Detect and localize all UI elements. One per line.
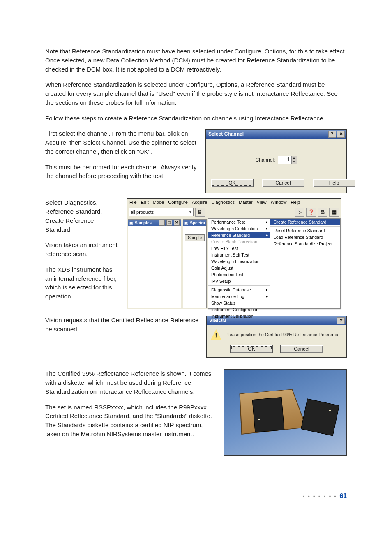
menu-window[interactable]: Window [270,200,286,205]
menu-mode[interactable]: Mode [153,200,164,205]
paragraph: When Reference Standardization is select… [45,80,347,107]
spectra-panel: ◩ Spectra Sample [183,219,207,308]
menu-item[interactable]: Instrument Self Test [208,252,270,258]
menu-item[interactable]: Photometric Test [208,271,270,278]
section-msgbox: Vision requests that the Certified Refle… [45,316,347,358]
samples-panel: ▣ Samples _ □ ✕ [128,219,181,308]
paragraph: Vision takes an instrument reference sca… [45,240,119,259]
context-help-icon[interactable]: ▷ [295,208,304,217]
vision-message-box: VISION ✕ ! Please position the Certified… [206,316,347,358]
menu-diagnostics[interactable]: Diagnostics [211,200,235,205]
help-icon[interactable]: ? [328,131,336,138]
menu-item[interactable]: Low-Flux Test [208,245,270,252]
panel-icon: ◩ [184,221,188,225]
paragraph: The XDS instrument has an internal refer… [45,265,119,301]
section-select-channel: First select the channel. From the menu … [45,129,347,193]
document-page: Note that Reference Standardization must… [0,0,392,516]
dropdown-area: Performance TestWavelength Certification… [208,218,341,309]
warning-icon: ! [210,328,222,341]
spinner-down-icon[interactable]: ▼ [291,160,297,164]
paragraph: The set is named RSSPxxxx, which include… [45,403,216,439]
close-icon[interactable]: ✕ [337,131,345,138]
menubar: File Edit Mode Configure Acquire Diagnos… [127,199,341,206]
calculator-icon[interactable]: ▦ [329,208,339,217]
toolbar: all products ▼ 🗎 ▷ ❓ 🖶 ▦ [127,206,341,218]
paragraph: First select the channel. From the menu … [45,129,198,156]
paragraph: Select Diagnostics, Reference Standard, … [45,198,119,234]
paragraph: The Certified 99% Reflectance Reference … [45,369,216,396]
new-doc-icon[interactable]: 🗎 [195,208,205,217]
menu-item[interactable]: Reset Reference Standard [270,227,340,234]
menu-item[interactable]: Gain Adjust [208,265,270,271]
ok-button[interactable]: OK [230,345,273,353]
dialog-title: Select Channel [208,131,244,137]
product-combo[interactable]: all products ▼ [129,208,194,216]
reference-standard-submenu: Create Reference StandardReset Reference… [270,218,341,309]
diagnostics-dropdown: Performance TestWavelength Certification… [208,218,270,309]
paragraph: Note that Reference Standardization must… [45,47,347,74]
spinner-up-icon[interactable]: ▲ [291,156,297,160]
print-icon[interactable]: 🖶 [318,208,327,217]
page-footer: ▪ ▪ ▪ ▪ ▪ ▪ ▪61 [45,493,347,500]
section-photo: The Certified 99% Reflectance Reference … [45,369,347,456]
message-text: Please position the Certified 99% Reflec… [226,332,339,337]
close-icon[interactable]: ✕ [174,220,180,226]
menu-item[interactable]: Create Reference Standard [270,219,340,225]
menu-item[interactable]: Load Reference Standard [270,234,340,240]
maximize-icon[interactable]: □ [166,220,172,226]
menu-item[interactable]: Show Status [208,300,270,306]
menu-acquire[interactable]: Acquire [192,200,207,205]
cancel-button[interactable]: Cancel [280,345,323,353]
footer-dots: ▪ ▪ ▪ ▪ ▪ ▪ ▪ [302,493,337,500]
menu-edit[interactable]: Edit [141,200,149,205]
menu-item: Create Blank Correction [208,238,270,245]
menu-view[interactable]: View [257,200,267,205]
select-channel-dialog: Select Channel ? ✕ Channel: 1 ▲▼ OK Canc… [205,129,347,193]
menu-item[interactable]: Wavelength Linearization [208,258,270,265]
menu-item[interactable]: Instrument Calibration [208,313,270,319]
menu-item[interactable]: Wavelength Certification [208,225,270,232]
menu-item[interactable]: IPV Setup [208,278,270,284]
channel-spinner[interactable]: 1 ▲▼ [278,156,297,164]
menu-item[interactable]: Reference Standard [208,232,270,238]
channel-label: Channel: [255,157,275,163]
close-icon[interactable]: ✕ [337,317,345,324]
combo-value: all products [131,210,154,215]
help-button[interactable]: Help [313,179,355,187]
dialog-titlebar: Select Channel ? ✕ [206,130,346,139]
menu-item[interactable]: Performance Test [208,219,270,225]
panel-icon: ▣ [129,221,133,225]
paragraph: Follow these steps to create a Reference… [45,114,347,123]
section-diagnostics-menu: Select Diagnostics, Reference Standard, … [45,198,347,309]
menu-help[interactable]: Help [291,200,300,205]
vision-main-window: File Edit Mode Configure Acquire Diagnos… [127,198,341,309]
cancel-button[interactable]: Cancel [262,179,304,187]
panel-title-label: Spectra [190,221,205,225]
paragraph: Vision requests that the Certified Refle… [45,316,199,334]
sample-button[interactable]: Sample [185,234,205,241]
minimize-icon[interactable]: _ [159,220,165,226]
ok-button[interactable]: OK [211,179,254,187]
paragraph: This must be performed for each channel.… [45,163,198,181]
menu-master[interactable]: Master [239,200,253,205]
menu-item[interactable]: Reference Standardize Project [270,240,340,247]
whats-this-icon[interactable]: ❓ [306,208,316,217]
menu-item[interactable]: Maintenance Log [208,293,270,300]
menu-item[interactable]: Diagnostic Database [208,287,270,293]
reflectance-reference-photo [224,369,347,456]
chevron-down-icon: ▼ [189,210,192,214]
menu-item[interactable]: Instrument Configuration [208,306,270,313]
page-number: 61 [339,493,347,500]
menu-file[interactable]: File [129,200,137,205]
menu-configure[interactable]: Configure [168,200,188,205]
panel-title-label: Samples [135,221,152,225]
channel-value: 1 [278,156,291,164]
